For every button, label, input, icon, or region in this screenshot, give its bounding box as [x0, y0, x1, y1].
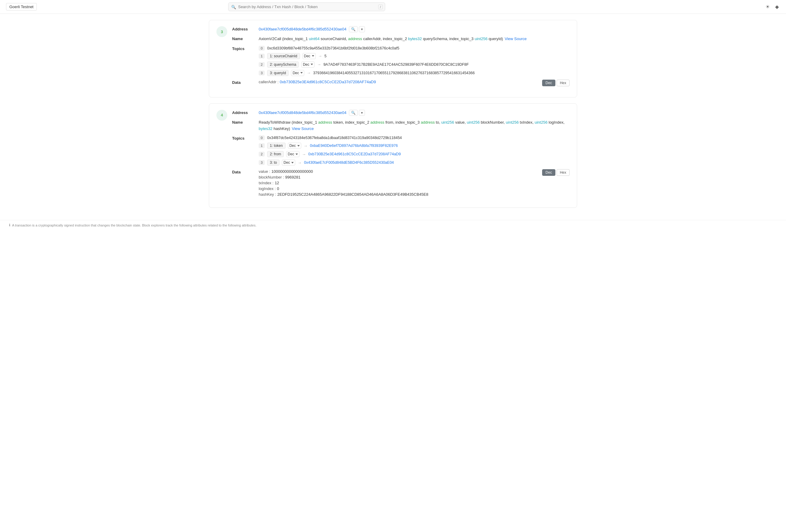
topic-row-3: 33: queryIdDecHex→3793664196038414055327… — [259, 70, 570, 76]
data-item-3: logIndex : 0 — [259, 186, 540, 191]
kw-teal-span: bytes32 — [259, 126, 273, 131]
topic-dec-select[interactable]: DecHex — [288, 143, 301, 149]
name-value: AxiomV2Call (index_topic_1 uint64 source… — [259, 36, 570, 42]
data-item-value: 1000000000000000000 — [271, 169, 313, 174]
address-chevron-button[interactable]: ▾ — [359, 26, 365, 32]
kw-teal-span: bytes32 — [408, 37, 422, 41]
data-section: DatacallerAddr : 0xb730B25e3E4d961c8C5Cc… — [232, 80, 570, 86]
topic-name-badge: 2: from — [267, 151, 284, 157]
dec-button[interactable]: Dec — [542, 169, 555, 176]
log-index-badge: 4 — [216, 110, 227, 121]
theme-toggle-button[interactable]: ☀ — [764, 3, 771, 11]
topic-index: 3 — [259, 160, 265, 165]
topic-dec-select[interactable]: DecHex — [291, 70, 304, 76]
footer-note: ℹ A transaction is a cryptographically s… — [0, 220, 786, 230]
topic-value: 0xc6d3309bf887e48755c9a455e332b73641b6bf… — [267, 46, 399, 50]
topic-dec-select[interactable]: DecHex — [282, 160, 295, 166]
topic-dec-select[interactable]: DecHex — [286, 151, 299, 157]
topic-name-badge: 1: token — [267, 143, 285, 149]
topic-name-badge: 2: querySchema — [267, 62, 299, 68]
header: Goerli Testnet 🔍 / ☀ ◆ — [0, 0, 786, 14]
brand-label: Goerli Testnet — [6, 3, 37, 10]
eth-icon-button[interactable]: ◆ — [774, 3, 780, 11]
topic-arrow-icon: → — [317, 62, 321, 67]
dec-button[interactable]: Dec — [542, 80, 555, 86]
search-container: 🔍 / — [228, 2, 385, 11]
topic-value: 0x34f87dc5e4243184e5367feba8da1dbaaf18d8… — [267, 136, 402, 140]
data-item-key: blockNumber : — [259, 175, 284, 179]
log-card-1: 4Address0x430faee7cf005d848de5bd4f6c385d… — [209, 103, 577, 208]
address-chevron-button[interactable]: ▾ — [359, 110, 365, 116]
kw-green-span: address — [318, 120, 332, 125]
address-row: Address0x430faee7cf005d848de5bd4f6c385d5… — [232, 26, 570, 32]
topic-name-badge: 1: sourceChainId — [267, 53, 300, 59]
data-item-key: value : — [259, 169, 270, 174]
topic-value: 9A7AD4F7837463F317B2BE9A2AE17C44AC529839… — [323, 63, 469, 67]
topics-label: Topics — [232, 136, 256, 141]
hex-button[interactable]: Hex — [557, 169, 570, 176]
topic-row-0: 00x34f87dc5e4243184e5367feba8da1dbaaf18d… — [259, 136, 570, 140]
topic-arrow-icon: → — [318, 54, 322, 58]
topic-index: 3 — [259, 71, 265, 75]
topic-row-2: 22: querySchemaDecHex→9A7AD4F7837463F317… — [259, 62, 570, 68]
footer-text: A transaction is a cryptographically sig… — [12, 223, 257, 227]
topic-index: 0 — [259, 136, 265, 140]
topic-index: 2 — [259, 152, 265, 156]
topic-value[interactable]: 0xb730B25e3E4d961c8C5CcCE2Da37d7208AF74a… — [308, 152, 400, 156]
data-section: Datavalue : 1000000000000000000blockNumb… — [232, 169, 570, 197]
log-card-0: 3Address0x430faee7cf005d848de5bd4f6c385d… — [209, 20, 577, 97]
name-label: Name — [232, 36, 256, 41]
search-input[interactable] — [228, 2, 385, 11]
data-item-0: callerAddr : 0xb730B25e3E4d961c8C5CcCE2D… — [259, 80, 540, 84]
view-source-link[interactable]: View Source — [504, 37, 526, 41]
address-link[interactable]: 0x430faee7cf005d848de5bd4f6c385d552430ae… — [259, 27, 347, 31]
topic-index: 0 — [259, 46, 265, 51]
address-magnify-button[interactable]: 🔍 — [349, 26, 358, 32]
topic-value: 3793664196038414055327131016717065511792… — [313, 71, 475, 75]
address-link[interactable]: 0x430faee7cf005d848de5bd4f6c385d552430ae… — [259, 111, 347, 115]
topic-index: 1 — [259, 143, 265, 148]
view-source-link[interactable]: View Source — [291, 126, 314, 131]
topic-value: 5 — [324, 54, 327, 58]
data-item-key: logIndex : — [259, 186, 276, 191]
topic-row-3: 33: toDecHex→0x430faeE7cF005d848dE5BD4F6… — [259, 160, 570, 166]
kw-teal-span: uint256 — [467, 120, 480, 125]
header-actions: ☀ ◆ — [764, 3, 780, 11]
kw-teal-span: uint256 — [535, 120, 548, 125]
topic-name-badge: 3: queryId — [267, 70, 288, 76]
log-header: 4Address0x430faee7cf005d848de5bd4f6c385d… — [216, 110, 570, 197]
hex-button[interactable]: Hex — [557, 80, 570, 86]
topic-arrow-icon: → — [302, 152, 306, 156]
data-item-1: blockNumber : 9969281 — [259, 175, 540, 179]
topic-dec-select[interactable]: DecHex — [301, 62, 315, 68]
data-item-value: 12 — [275, 180, 279, 185]
data-item-value: 9969281 — [285, 175, 301, 179]
logs-container: 3Address0x430faee7cf005d848de5bd4f6c385d… — [209, 20, 577, 208]
kw-teal-span: uint256 — [441, 120, 454, 125]
data-item-value: 2EDFD19525C224A4865A96822DF94188CD854AD4… — [277, 192, 428, 197]
address-magnify-button[interactable]: 🔍 — [349, 110, 358, 116]
footer-icon: ℹ — [9, 223, 10, 227]
data-item-0: value : 1000000000000000000 — [259, 169, 540, 174]
kw-teal-span: uint256 — [475, 37, 487, 41]
data-item-value: 0 — [277, 186, 279, 191]
slash-badge: / — [378, 4, 383, 9]
topic-row-2: 22: fromDecHex→0xb730B25e3E4d961c8C5CcCE… — [259, 151, 570, 157]
topic-index: 2 — [259, 62, 265, 67]
name-row: NameAxiomV2Call (index_topic_1 uint64 so… — [232, 36, 570, 42]
topic-value[interactable]: 0xbaE940De6ef7D897Ad76bA8bfa7f93939F82E9… — [310, 144, 398, 148]
topic-row-1: 11: tokenDecHex→0xbaE940De6ef7D897Ad76bA… — [259, 143, 570, 149]
data-item-key: txIndex : — [259, 180, 274, 185]
log-index-badge: 3 — [216, 26, 227, 37]
data-item-4: hashKey : 2EDFD19525C224A4865A96822DF941… — [259, 192, 540, 197]
topic-value[interactable]: 0x430faeE7cF005d848dE5BD4F6c385D552430aE… — [304, 161, 394, 165]
kw-teal-span: uint256 — [506, 120, 519, 125]
kw-green-span: address — [421, 120, 435, 125]
topic-row-1: 11: sourceChainIdDecHex→5 — [259, 53, 570, 59]
name-row: NameReadyToWithdraw (index_topic_1 addre… — [232, 119, 570, 132]
topic-dec-select[interactable]: DecHex — [302, 53, 316, 59]
topics-label: Topics — [232, 46, 256, 51]
data-item-key: hashKey : — [259, 192, 276, 197]
address-label: Address — [232, 26, 256, 31]
data-item-value[interactable]: 0xb730B25e3E4d961c8C5CcCE2Da37d7208AF74a… — [280, 80, 376, 84]
